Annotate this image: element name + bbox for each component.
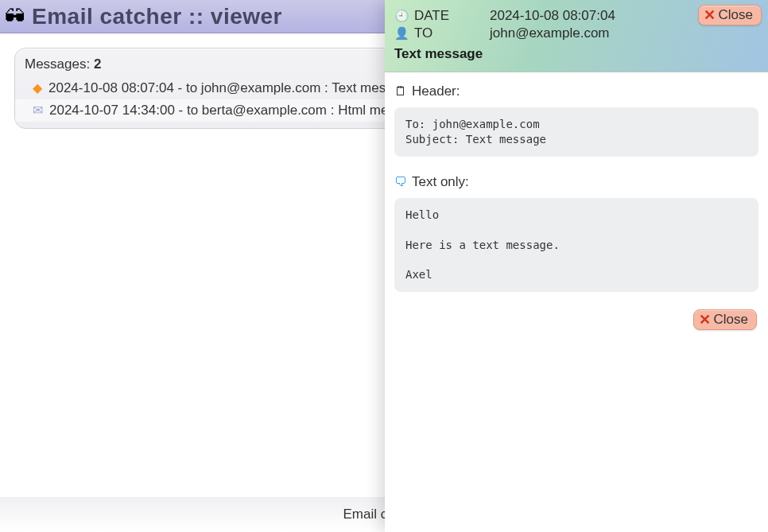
header-section-title: 🗒 Header: xyxy=(394,83,758,99)
message-row-text: 2024-10-08 08:07:04 - to john@example.co… xyxy=(48,80,415,96)
notepad-icon: 🗒 xyxy=(394,84,407,99)
close-button-label: Close xyxy=(714,312,748,328)
close-icon: ✕ xyxy=(699,313,711,327)
meta-date-label: 🕘 DATE xyxy=(394,8,490,24)
message-row-text: 2024-10-07 14:34:00 - to berta@example.c… xyxy=(49,103,425,118)
meta-to-label: 👤 TO xyxy=(394,25,490,41)
meta-to-value: john@example.com xyxy=(490,25,758,41)
glasses-icon: 🕶 xyxy=(5,6,25,27)
close-button[interactable]: ✕ Close xyxy=(698,5,762,25)
diamond-icon: ◆ xyxy=(33,82,42,95)
close-button[interactable]: ✕ Close xyxy=(693,309,757,330)
detail-body: 🗒 Header: To: john@example.com Subject: … xyxy=(385,72,768,532)
close-button-label: Close xyxy=(719,7,753,23)
detail-header: ✕ Close 🕘 DATE 2024-10-08 08:07:04 👤 TO … xyxy=(385,0,768,72)
header-block: To: john@example.com Subject: Text messa… xyxy=(394,107,758,157)
clock-icon: 🕘 xyxy=(394,9,409,23)
app-title: Email catcher :: viewer xyxy=(32,4,282,29)
detail-subject: Text message xyxy=(394,46,758,62)
person-icon: 👤 xyxy=(394,26,409,41)
text-section-title: 🗨 Text only: xyxy=(394,174,758,190)
close-icon: ✕ xyxy=(704,8,716,22)
message-detail-panel: ✕ Close 🕘 DATE 2024-10-08 08:07:04 👤 TO … xyxy=(385,0,768,532)
messages-count-value: 2 xyxy=(94,56,101,72)
speech-bubble-icon: 🗨 xyxy=(394,175,407,189)
messages-label: Messages: xyxy=(25,56,94,72)
envelope-icon: ✉ xyxy=(33,104,43,117)
text-block: Hello Here is a text message. Axel xyxy=(394,198,758,292)
